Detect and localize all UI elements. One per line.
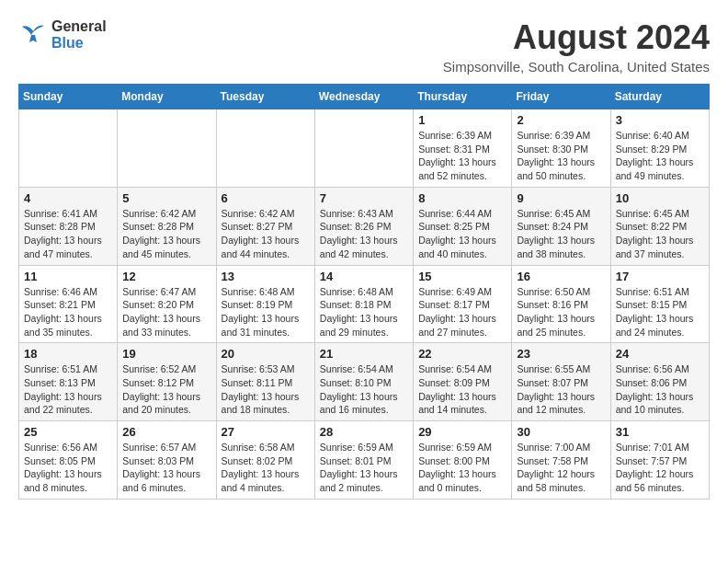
calendar-week-4: 18Sunrise: 6:51 AM Sunset: 8:13 PM Dayli… — [19, 343, 710, 421]
day-info: Sunrise: 6:48 AM Sunset: 8:18 PM Dayligh… — [320, 285, 408, 339]
calendar-cell: 30Sunrise: 7:00 AM Sunset: 7:58 PM Dayli… — [512, 421, 610, 500]
calendar-cell: 12Sunrise: 6:47 AM Sunset: 8:20 PM Dayli… — [118, 265, 216, 343]
day-number: 17 — [616, 270, 704, 283]
calendar-week-1: 1Sunrise: 6:39 AM Sunset: 8:31 PM Daylig… — [19, 109, 710, 188]
day-info: Sunrise: 6:51 AM Sunset: 8:15 PM Dayligh… — [616, 285, 704, 339]
day-number: 4 — [24, 191, 112, 205]
day-info: Sunrise: 7:00 AM Sunset: 7:58 PM Dayligh… — [517, 441, 605, 495]
calendar-cell: 21Sunrise: 6:54 AM Sunset: 8:10 PM Dayli… — [314, 343, 413, 421]
calendar-cell — [314, 109, 413, 188]
calendar-cell: 5Sunrise: 6:42 AM Sunset: 8:28 PM Daylig… — [118, 187, 216, 265]
logo: General Blue — [18, 18, 107, 51]
calendar-cell: 18Sunrise: 6:51 AM Sunset: 8:13 PM Dayli… — [19, 343, 118, 421]
calendar-table: SundayMondayTuesdayWednesdayThursdayFrid… — [18, 84, 710, 500]
day-info: Sunrise: 6:46 AM Sunset: 8:21 PM Dayligh… — [24, 285, 112, 339]
day-number: 31 — [616, 425, 704, 439]
day-info: Sunrise: 6:54 AM Sunset: 8:10 PM Dayligh… — [320, 362, 408, 417]
day-number: 16 — [517, 270, 605, 283]
calendar-header: SundayMondayTuesdayWednesdayThursdayFrid… — [19, 85, 710, 109]
location-title: Simpsonville, South Carolina, United Sta… — [443, 59, 710, 75]
day-info: Sunrise: 6:52 AM Sunset: 8:12 PM Dayligh… — [122, 362, 210, 417]
logo-text-general: General — [51, 18, 107, 34]
day-info: Sunrise: 6:42 AM Sunset: 8:27 PM Dayligh… — [222, 207, 310, 261]
calendar-cell: 24Sunrise: 6:56 AM Sunset: 8:06 PM Dayli… — [610, 343, 709, 421]
day-number: 1 — [418, 113, 506, 127]
calendar-cell: 25Sunrise: 6:56 AM Sunset: 8:05 PM Dayli… — [19, 421, 118, 500]
calendar-cell: 17Sunrise: 6:51 AM Sunset: 8:15 PM Dayli… — [610, 265, 709, 343]
day-of-week-saturday: Saturday — [610, 85, 709, 109]
logo-text-blue: Blue — [51, 35, 84, 51]
day-of-week-friday: Friday — [512, 85, 610, 109]
calendar-cell: 14Sunrise: 6:48 AM Sunset: 8:18 PM Dayli… — [314, 265, 413, 343]
calendar-cell: 15Sunrise: 6:49 AM Sunset: 8:17 PM Dayli… — [414, 265, 512, 343]
day-number: 18 — [24, 347, 112, 361]
calendar-cell: 1Sunrise: 6:39 AM Sunset: 8:31 PM Daylig… — [414, 109, 512, 188]
day-info: Sunrise: 6:45 AM Sunset: 8:24 PM Dayligh… — [517, 207, 605, 261]
calendar-cell: 2Sunrise: 6:39 AM Sunset: 8:30 PM Daylig… — [512, 109, 610, 188]
day-number: 7 — [320, 191, 408, 205]
day-info: Sunrise: 6:48 AM Sunset: 8:19 PM Dayligh… — [222, 285, 310, 339]
day-number: 19 — [122, 347, 210, 361]
calendar-cell: 29Sunrise: 6:59 AM Sunset: 8:00 PM Dayli… — [414, 421, 512, 500]
calendar-cell: 27Sunrise: 6:58 AM Sunset: 8:02 PM Dayli… — [216, 421, 314, 500]
day-of-week-monday: Monday — [118, 85, 216, 109]
day-number: 2 — [517, 113, 605, 127]
day-number: 24 — [616, 347, 704, 361]
day-number: 20 — [222, 347, 310, 361]
calendar-cell: 8Sunrise: 6:44 AM Sunset: 8:25 PM Daylig… — [414, 187, 512, 265]
day-number: 6 — [222, 191, 310, 205]
day-number: 21 — [320, 347, 408, 361]
day-number: 27 — [222, 425, 310, 439]
day-number: 28 — [320, 425, 408, 439]
day-info: Sunrise: 6:59 AM Sunset: 8:00 PM Dayligh… — [418, 441, 506, 495]
calendar-week-3: 11Sunrise: 6:46 AM Sunset: 8:21 PM Dayli… — [19, 265, 710, 343]
calendar-cell: 22Sunrise: 6:54 AM Sunset: 8:09 PM Dayli… — [414, 343, 512, 421]
day-info: Sunrise: 6:59 AM Sunset: 8:01 PM Dayligh… — [320, 441, 408, 495]
day-info: Sunrise: 6:53 AM Sunset: 8:11 PM Dayligh… — [222, 362, 310, 417]
day-of-week-thursday: Thursday — [414, 85, 512, 109]
day-of-week-sunday: Sunday — [19, 85, 118, 109]
calendar-cell — [118, 109, 216, 188]
day-number: 22 — [418, 347, 506, 361]
day-number: 5 — [122, 191, 210, 205]
calendar-cell: 10Sunrise: 6:45 AM Sunset: 8:22 PM Dayli… — [610, 187, 709, 265]
day-info: Sunrise: 6:50 AM Sunset: 8:16 PM Dayligh… — [517, 285, 605, 339]
day-info: Sunrise: 6:43 AM Sunset: 8:26 PM Dayligh… — [320, 207, 408, 261]
day-number: 14 — [320, 270, 408, 283]
day-of-week-tuesday: Tuesday — [216, 85, 314, 109]
calendar-cell: 6Sunrise: 6:42 AM Sunset: 8:27 PM Daylig… — [216, 187, 314, 265]
day-info: Sunrise: 6:47 AM Sunset: 8:20 PM Dayligh… — [122, 285, 210, 339]
calendar-week-2: 4Sunrise: 6:41 AM Sunset: 8:28 PM Daylig… — [19, 187, 710, 265]
day-number: 30 — [517, 425, 605, 439]
day-info: Sunrise: 6:56 AM Sunset: 8:05 PM Dayligh… — [24, 441, 112, 495]
calendar-cell: 9Sunrise: 6:45 AM Sunset: 8:24 PM Daylig… — [512, 187, 610, 265]
calendar-cell: 20Sunrise: 6:53 AM Sunset: 8:11 PM Dayli… — [216, 343, 314, 421]
calendar-cell: 16Sunrise: 6:50 AM Sunset: 8:16 PM Dayli… — [512, 265, 610, 343]
logo-bird-icon — [18, 24, 48, 46]
day-info: Sunrise: 6:55 AM Sunset: 8:07 PM Dayligh… — [517, 362, 605, 417]
day-number: 10 — [616, 191, 704, 205]
calendar-cell: 26Sunrise: 6:57 AM Sunset: 8:03 PM Dayli… — [118, 421, 216, 500]
day-info: Sunrise: 6:40 AM Sunset: 8:29 PM Dayligh… — [616, 129, 704, 183]
calendar-cell: 13Sunrise: 6:48 AM Sunset: 8:19 PM Dayli… — [216, 265, 314, 343]
day-of-week-wednesday: Wednesday — [314, 85, 413, 109]
day-number: 15 — [418, 270, 506, 283]
day-info: Sunrise: 6:58 AM Sunset: 8:02 PM Dayligh… — [222, 441, 310, 495]
calendar-cell: 11Sunrise: 6:46 AM Sunset: 8:21 PM Dayli… — [19, 265, 118, 343]
day-info: Sunrise: 6:44 AM Sunset: 8:25 PM Dayligh… — [418, 207, 506, 261]
calendar-cell: 28Sunrise: 6:59 AM Sunset: 8:01 PM Dayli… — [314, 421, 413, 500]
day-info: Sunrise: 6:49 AM Sunset: 8:17 PM Dayligh… — [418, 285, 506, 339]
day-info: Sunrise: 6:56 AM Sunset: 8:06 PM Dayligh… — [616, 362, 704, 417]
calendar-cell — [19, 109, 118, 188]
calendar-cell: 7Sunrise: 6:43 AM Sunset: 8:26 PM Daylig… — [314, 187, 413, 265]
day-number: 26 — [122, 425, 210, 439]
calendar-title-area: August 2024 Simpsonville, South Carolina… — [443, 18, 710, 75]
month-title: August 2024 — [443, 18, 710, 57]
day-number: 29 — [418, 425, 506, 439]
calendar-cell: 4Sunrise: 6:41 AM Sunset: 8:28 PM Daylig… — [19, 187, 118, 265]
day-number: 25 — [24, 425, 112, 439]
calendar-week-5: 25Sunrise: 6:56 AM Sunset: 8:05 PM Dayli… — [19, 421, 710, 500]
day-info: Sunrise: 6:42 AM Sunset: 8:28 PM Dayligh… — [122, 207, 210, 261]
page-header: General Blue August 2024 Simpsonville, S… — [18, 18, 710, 75]
day-info: Sunrise: 6:39 AM Sunset: 8:31 PM Dayligh… — [418, 129, 506, 183]
